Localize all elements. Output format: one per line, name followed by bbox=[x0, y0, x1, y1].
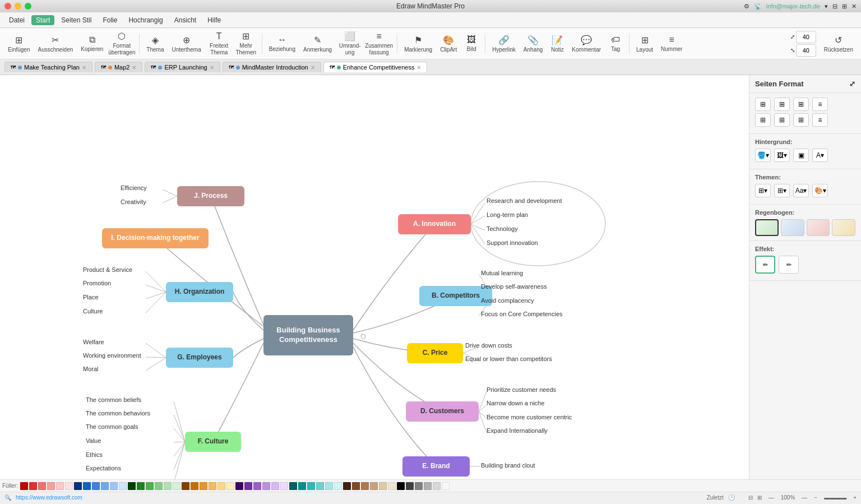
node-i[interactable]: I. Decision-making together bbox=[102, 228, 209, 248]
color-swatch[interactable] bbox=[38, 482, 46, 490]
toolbar-format[interactable]: ⬡ Formatübertragen bbox=[108, 31, 136, 57]
expand-icon[interactable]: ⊞ bbox=[757, 494, 762, 501]
color-swatch[interactable] bbox=[128, 482, 136, 490]
theme-grid-btn[interactable]: ⊞▾ bbox=[755, 184, 771, 197]
minimize-button[interactable] bbox=[15, 3, 21, 10]
color-swatch[interactable] bbox=[325, 482, 333, 490]
effect-btn-1[interactable]: ✏ bbox=[755, 256, 775, 274]
color-swatch[interactable] bbox=[406, 482, 414, 490]
tab-close-teaching[interactable]: ✕ bbox=[82, 64, 86, 71]
color-swatch[interactable] bbox=[200, 482, 207, 490]
color-swatch[interactable] bbox=[253, 482, 261, 490]
color-swatch[interactable] bbox=[209, 482, 216, 490]
color-swatch[interactable] bbox=[155, 482, 163, 490]
tab-close-mindmaster[interactable]: ✕ bbox=[311, 64, 315, 71]
bg-btn3[interactable]: ▣ bbox=[793, 149, 809, 162]
fill-btn[interactable]: 🪣▾ bbox=[755, 149, 771, 162]
user-email[interactable]: info@major-tech.de bbox=[766, 3, 820, 10]
color-swatch[interactable] bbox=[47, 482, 55, 490]
theme-color-btn[interactable]: 🎨▾ bbox=[812, 184, 828, 197]
color-swatch[interactable] bbox=[191, 482, 198, 490]
color-swatch[interactable] bbox=[217, 482, 225, 490]
website-link[interactable]: https://www.edrawsoft.com bbox=[16, 494, 82, 501]
layout-btn-8[interactable]: ≡ bbox=[812, 113, 828, 127]
image-btn[interactable]: 🖼▾ bbox=[774, 149, 790, 162]
toolbar-kopieren[interactable]: ⧉ Kopieren bbox=[77, 31, 107, 57]
node-a[interactable]: A. Innovation bbox=[398, 214, 471, 234]
toolbar-markierung[interactable]: ⚑ Markierung bbox=[401, 31, 436, 57]
zoom-input-1[interactable] bbox=[796, 31, 816, 43]
rainbow-1[interactable] bbox=[755, 219, 779, 236]
window-icon1[interactable]: ⊟ bbox=[832, 3, 837, 10]
node-e[interactable]: E. Brand bbox=[402, 456, 470, 477]
toolbar-ausschneiden[interactable]: ✂ Ausschneiden bbox=[34, 31, 76, 57]
right-panel-expand[interactable]: ⤢ bbox=[849, 80, 855, 88]
theme-text-btn[interactable]: Aa▾ bbox=[793, 184, 809, 197]
rainbow-4[interactable] bbox=[832, 219, 855, 236]
node-j[interactable]: J. Process bbox=[177, 186, 244, 206]
color-swatch[interactable] bbox=[182, 482, 189, 490]
color-swatch[interactable] bbox=[379, 482, 387, 490]
layout-btn-3[interactable]: ⊞ bbox=[793, 98, 809, 111]
toolbar-reset[interactable]: ↺ Rücksetzen bbox=[821, 31, 857, 57]
color-swatch[interactable] bbox=[316, 482, 324, 490]
menu-hochrangig[interactable]: Hochrangig bbox=[124, 15, 167, 25]
user-menu-icon[interactable]: ▾ bbox=[825, 3, 828, 10]
tab-erp[interactable]: 🗺 ERP Launching ✕ bbox=[145, 62, 220, 72]
toolbar-hyperlink[interactable]: 🔗 Hyperlink bbox=[489, 31, 519, 57]
color-swatch[interactable] bbox=[334, 482, 342, 490]
rainbow-2[interactable] bbox=[781, 219, 804, 236]
text-btn[interactable]: A▾ bbox=[812, 149, 828, 162]
color-swatch[interactable] bbox=[433, 482, 441, 490]
toolbar-tag[interactable]: 🏷 Tag bbox=[605, 31, 626, 57]
toolbar-kommentar[interactable]: 💬 Kommentar bbox=[568, 31, 604, 57]
color-swatch[interactable] bbox=[388, 482, 396, 490]
color-swatch[interactable] bbox=[146, 482, 154, 490]
toolbar-umrandung[interactable]: ⬜ Umrand-ung bbox=[336, 31, 363, 57]
color-swatch[interactable] bbox=[424, 482, 432, 490]
toolbar-unterthema[interactable]: ⊕ Unterthema bbox=[168, 31, 204, 57]
color-swatch[interactable] bbox=[343, 482, 351, 490]
tab-enhance[interactable]: 🗺 Enhance Competitiveness ✕ bbox=[323, 62, 428, 72]
color-swatch[interactable] bbox=[352, 482, 360, 490]
toolbar-mehr-themen[interactable]: ⊞ MehrThemen bbox=[234, 31, 258, 57]
tab-close-map2[interactable]: ✕ bbox=[132, 64, 136, 71]
menu-start[interactable]: Start bbox=[31, 15, 54, 25]
node-f[interactable]: F. Culture bbox=[185, 432, 241, 452]
layout-btn-2[interactable]: ⊞ bbox=[774, 98, 790, 111]
color-swatch[interactable] bbox=[244, 482, 252, 490]
node-center[interactable]: Building BusinessCompetitiveness bbox=[263, 315, 353, 355]
menu-hilfe[interactable]: Hilfe bbox=[203, 15, 225, 25]
node-h[interactable]: H. Organization bbox=[166, 282, 233, 302]
node-d[interactable]: D. Customers bbox=[406, 401, 479, 422]
color-swatch[interactable] bbox=[83, 482, 91, 490]
layout-btn-1[interactable]: ⊞ bbox=[755, 98, 771, 111]
color-swatch[interactable] bbox=[280, 482, 288, 490]
toolbar-notiz[interactable]: 📝 Notiz bbox=[547, 31, 567, 57]
zoom-in-btn[interactable]: + bbox=[853, 494, 857, 501]
toolbar-einfuegen[interactable]: ⊞ Einfügen bbox=[4, 31, 33, 57]
toolbar-clipart[interactable]: 🎨 ClipArt bbox=[437, 31, 460, 57]
tab-mindmaster[interactable]: 🗺 MindMaster Introduction ✕ bbox=[223, 62, 321, 72]
menu-folie[interactable]: Folie bbox=[98, 15, 122, 25]
layout-btn-4[interactable]: ≡ bbox=[812, 98, 828, 111]
maximize-button[interactable] bbox=[25, 3, 31, 10]
toolbar-nummer[interactable]: ≡ Nummer bbox=[658, 31, 686, 57]
close-button[interactable] bbox=[4, 3, 11, 10]
tab-close-erp[interactable]: ✕ bbox=[210, 64, 214, 71]
layout-btn-6[interactable]: ⊞ bbox=[774, 113, 790, 127]
color-swatch[interactable] bbox=[289, 482, 297, 490]
color-swatch[interactable] bbox=[56, 482, 64, 490]
color-swatch[interactable] bbox=[442, 482, 450, 490]
fit-icon[interactable]: ⊟ bbox=[748, 494, 753, 501]
color-swatch[interactable] bbox=[397, 482, 405, 490]
theme-list-btn[interactable]: ⊞▾ bbox=[774, 184, 790, 197]
layout-btn-7[interactable]: ⊞ bbox=[793, 113, 809, 127]
window-icon2[interactable]: ⊞ bbox=[842, 3, 847, 10]
color-swatch[interactable] bbox=[226, 482, 234, 490]
toolbar-anhang[interactable]: 📎 Anhang bbox=[520, 31, 546, 57]
toolbar-layout[interactable]: ⊞ Layout bbox=[633, 31, 656, 57]
color-swatch[interactable] bbox=[20, 482, 28, 490]
menu-datei[interactable]: Datei bbox=[4, 15, 29, 25]
color-swatch[interactable] bbox=[65, 482, 73, 490]
